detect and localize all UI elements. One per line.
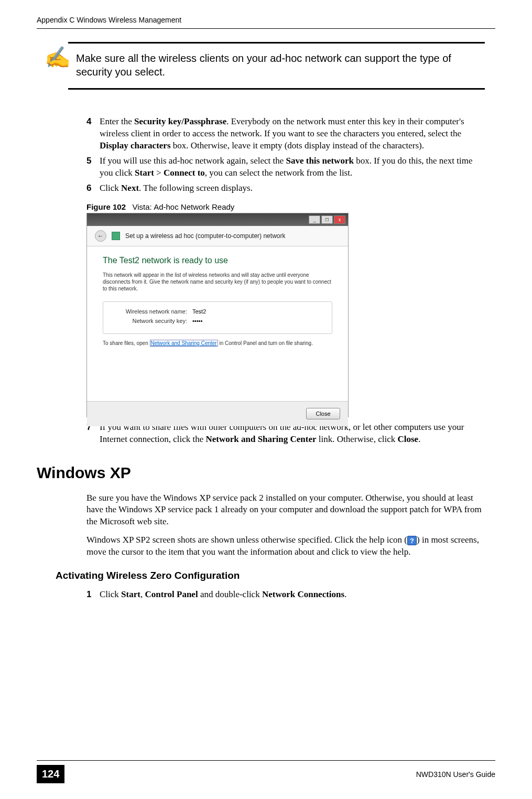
minimize-icon[interactable]: _: [309, 215, 320, 224]
xp-step-1: 1 Click Start, Control Panel and double-…: [86, 589, 485, 601]
page-number: 124: [37, 765, 64, 783]
wizard-footer: Close: [87, 401, 348, 426]
windows-xp-heading: Windows XP: [37, 464, 495, 482]
pencil-note-icon: ✍: [45, 47, 71, 68]
step-6: 6 Click Next. The following screen displ…: [86, 182, 485, 195]
wizard-body: The Test2 network is ready to use This n…: [87, 246, 348, 401]
maximize-icon[interactable]: □: [321, 215, 333, 224]
note-top-rule: [68, 42, 485, 44]
step-number: 5: [86, 155, 100, 167]
note-block: ✍ Make sure all the wireless clients on …: [68, 42, 485, 90]
note-text: Make sure all the wireless clients on yo…: [76, 51, 485, 79]
guide-name: NWD310N User's Guide: [416, 770, 495, 779]
step-text: Click Next. The following screen display…: [100, 182, 253, 195]
footer-rule: [37, 760, 495, 761]
note-bottom-rule: [68, 88, 485, 90]
security-key-value: •••••: [192, 318, 202, 324]
back-arrow-icon[interactable]: ←: [95, 230, 106, 242]
step-4: 4 Enter the Security key/Passphrase. Eve…: [86, 116, 485, 152]
step-5: 5 If you will use this ad-hoc network ag…: [86, 155, 485, 179]
step-number: 6: [86, 182, 100, 195]
header-rule: [37, 28, 495, 29]
share-files-text: To share files, open Network and Sharing…: [103, 340, 332, 346]
ready-title: The Test2 network is ready to use: [103, 256, 332, 265]
figure-caption: Figure 102 Vista: Ad-hoc Network Ready: [86, 202, 495, 211]
step-text: Enter the Security key/Passphrase. Every…: [100, 116, 485, 152]
step-number: 1: [86, 589, 100, 601]
xp-para-1: Be sure you have the Windows XP service …: [86, 492, 485, 528]
security-key-label: Network security key:: [114, 318, 187, 324]
help-icon: ?: [407, 536, 417, 545]
wizard-title: Set up a wireless ad hoc (computer-to-co…: [125, 232, 285, 240]
ready-description: This network will appear in the list of …: [103, 272, 332, 292]
close-button[interactable]: Close: [306, 408, 340, 419]
figure-screenshot: _ □ x ← Set up a wireless ad hoc (comput…: [86, 213, 349, 417]
header-appendix: Appendix C Windows Wireless Management: [37, 16, 495, 24]
window-titlebar: _ □ x: [87, 213, 348, 226]
network-name-label: Wireless network name:: [114, 308, 187, 315]
page-footer: 124 NWD310N User's Guide: [37, 760, 495, 783]
network-sharing-link[interactable]: Network and Sharing Center: [150, 340, 218, 347]
xp-para-2: Windows XP SP2 screen shots are shown un…: [86, 534, 485, 558]
network-info-box: Wireless network name: Test2 Network sec…: [103, 301, 332, 334]
wizard-icon: [112, 232, 120, 240]
step-text: If you will use this ad-hoc network agai…: [100, 155, 485, 179]
step-number: 4: [86, 116, 100, 128]
network-name-value: Test2: [192, 308, 206, 315]
close-icon[interactable]: x: [334, 215, 345, 224]
step-text: Click Start, Control Panel and double-cl…: [100, 589, 346, 601]
activating-wzc-heading: Activating Wireless Zero Configuration: [56, 570, 495, 581]
wizard-header: ← Set up a wireless ad hoc (computer-to-…: [87, 226, 348, 246]
